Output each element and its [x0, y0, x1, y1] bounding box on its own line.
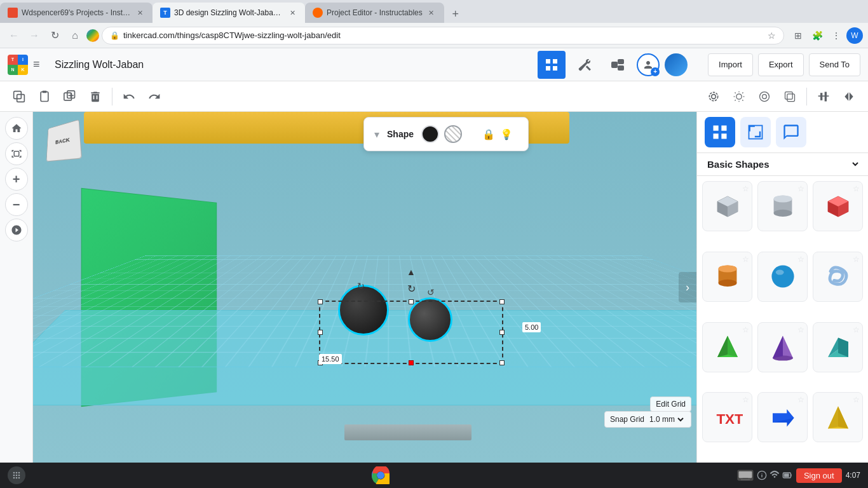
- knot-star[interactable]: ☆: [853, 255, 860, 264]
- grid-panel-button[interactable]: [705, 117, 735, 147]
- build-button[interactable]: [571, 51, 599, 79]
- zoom-out-button[interactable]: −: [5, 193, 28, 216]
- canvas-expand-button[interactable]: ›: [679, 272, 696, 302]
- shape-sphere-blue[interactable]: ☆: [757, 252, 808, 302]
- arrow-blue-shape-svg: [768, 402, 798, 433]
- menu-icon[interactable]: ≡: [33, 58, 47, 72]
- 3d-orient-button[interactable]: [5, 219, 28, 241]
- add-user-button[interactable]: +: [637, 53, 660, 76]
- sphere2-object[interactable]: [408, 297, 452, 342]
- home-view-button[interactable]: [5, 117, 28, 140]
- address-input[interactable]: 🔒 tinkercad.com/things/casp8CTWjwe-sizzl…: [102, 27, 784, 44]
- back-button[interactable]: ←: [5, 27, 23, 44]
- tab-close-instructables[interactable]: ✕: [426, 8, 437, 18]
- duplicate-button[interactable]: [58, 85, 81, 108]
- cast-icon[interactable]: ⊞: [789, 27, 807, 44]
- tab-close-tinkercad[interactable]: ✕: [287, 8, 297, 18]
- wedge-teal-star[interactable]: ☆: [853, 325, 860, 334]
- cone-purple-star[interactable]: ☆: [797, 325, 804, 334]
- chat-panel-button[interactable]: [776, 117, 806, 147]
- svg-rect-81: [743, 478, 748, 479]
- sphere1-object[interactable]: [338, 285, 389, 336]
- camera-button[interactable]: [702, 85, 725, 108]
- profile-button[interactable]: [665, 53, 688, 76]
- canvas-area[interactable]: BACK: [33, 112, 696, 463]
- shape-knot[interactable]: ☆: [813, 252, 863, 302]
- delete-button[interactable]: [84, 85, 107, 108]
- tab-tinkercad[interactable]: T 3D design Sizzling Wolt-Jaban |... ✕: [153, 3, 305, 23]
- undo-button[interactable]: [118, 85, 140, 108]
- home-button[interactable]: ⌂: [66, 27, 84, 44]
- taskbar-launcher[interactable]: [8, 466, 25, 484]
- grid-view-button[interactable]: [538, 51, 566, 79]
- paste-button[interactable]: [33, 85, 56, 108]
- sphere-blue-star[interactable]: ☆: [797, 255, 804, 264]
- extensions-icon[interactable]: 🧩: [808, 27, 826, 44]
- profile-icon[interactable]: W: [846, 27, 863, 44]
- zoom-in-button[interactable]: +: [5, 168, 28, 191]
- cube-red-star[interactable]: ☆: [853, 184, 860, 193]
- sign-out-button[interactable]: Sign out: [796, 468, 842, 483]
- shape-button[interactable]: [753, 85, 776, 108]
- shape-icon: [758, 90, 771, 103]
- shape-text-red[interactable]: ☆ TXT: [702, 392, 752, 442]
- pyramid-green-shape-svg: [712, 332, 743, 362]
- tab-instructables[interactable]: Project Editor - Instructables ✕: [305, 3, 444, 23]
- shape-cube-red[interactable]: ☆: [813, 181, 863, 231]
- shape-arrow-blue[interactable]: ☆: [757, 392, 808, 442]
- pyramid-yellow-star[interactable]: ☆: [853, 395, 860, 404]
- chrome-taskbar-icon[interactable]: [372, 466, 390, 484]
- logo-br: K: [18, 65, 28, 75]
- shape-dropdown-arrow[interactable]: ▾: [374, 128, 379, 140]
- edit-grid-button[interactable]: Edit Grid: [650, 396, 691, 412]
- import-button[interactable]: Import: [708, 53, 753, 76]
- align-button[interactable]: [812, 85, 835, 108]
- cylinder-orange-star[interactable]: ☆: [742, 255, 749, 264]
- snap-grid-select[interactable]: 1.0 mm 0.5 mm 0.1 mm 2.0 mm: [647, 414, 686, 424]
- new-tab-button[interactable]: +: [447, 5, 465, 23]
- shape-wedge-teal[interactable]: ☆: [813, 322, 863, 372]
- light-button[interactable]: [728, 85, 750, 108]
- send-to-button[interactable]: Send To: [809, 53, 860, 76]
- text-red-star[interactable]: ☆: [742, 395, 749, 404]
- refresh-button[interactable]: ↻: [46, 27, 64, 44]
- forward-button[interactable]: →: [25, 27, 43, 44]
- box-star[interactable]: ☆: [742, 184, 749, 193]
- snap-grid-row: Snap Grid 1.0 mm 0.5 mm 0.1 mm 2.0 mm: [604, 411, 691, 428]
- scene-container: BACK: [33, 112, 696, 463]
- shapes-category-dropdown[interactable]: Basic Shapes Text & Numbers Connectors A…: [697, 153, 868, 176]
- hole-shape-button[interactable]: [444, 125, 462, 143]
- shape-cylinder-orange[interactable]: ☆: [702, 252, 752, 302]
- codeblocks-button[interactable]: [604, 51, 632, 79]
- shape-cone-purple[interactable]: ☆: [757, 322, 808, 372]
- redo-button[interactable]: [143, 85, 166, 108]
- svg-point-51: [771, 266, 794, 288]
- shapes-category-select[interactable]: Basic Shapes Text & Numbers Connectors A…: [705, 158, 860, 170]
- fit-to-screen-button[interactable]: [5, 142, 28, 165]
- lock-shape-icon[interactable]: 🔒: [482, 128, 495, 140]
- shape-pyramid-green[interactable]: ☆: [702, 322, 752, 372]
- arrow-blue-star[interactable]: ☆: [797, 395, 804, 404]
- visibility-icon[interactable]: 💡: [500, 128, 513, 140]
- cylinder-star[interactable]: ☆: [797, 184, 804, 193]
- copy-screen-button[interactable]: [8, 85, 31, 108]
- tab-wdspencer[interactable]: Wdspencer69's Projects - Instru... ✕: [0, 3, 153, 23]
- export-button[interactable]: Export: [758, 53, 804, 76]
- svg-point-17: [736, 93, 742, 98]
- tab-close-wdspencer[interactable]: ✕: [135, 8, 145, 18]
- knot-shape-svg: [823, 261, 853, 292]
- solid-shape-button[interactable]: [421, 125, 439, 143]
- svg-point-49: [718, 280, 736, 287]
- shape-pyramid-yellow[interactable]: ☆: [813, 392, 863, 442]
- chat-panel-icon: [782, 123, 800, 141]
- nav-cube[interactable]: BACK: [43, 122, 89, 168]
- shape-box[interactable]: ☆: [702, 181, 752, 231]
- light-icon: [733, 90, 745, 103]
- 3d-shape-button[interactable]: [778, 85, 801, 108]
- corner-panel-button[interactable]: [740, 117, 771, 147]
- more-options-icon[interactable]: ⋮: [827, 27, 845, 44]
- shape-cylinder[interactable]: ☆: [757, 181, 808, 231]
- mirror-button[interactable]: [837, 85, 860, 108]
- svg-point-78: [377, 471, 384, 479]
- pyramid-green-star[interactable]: ☆: [742, 325, 749, 334]
